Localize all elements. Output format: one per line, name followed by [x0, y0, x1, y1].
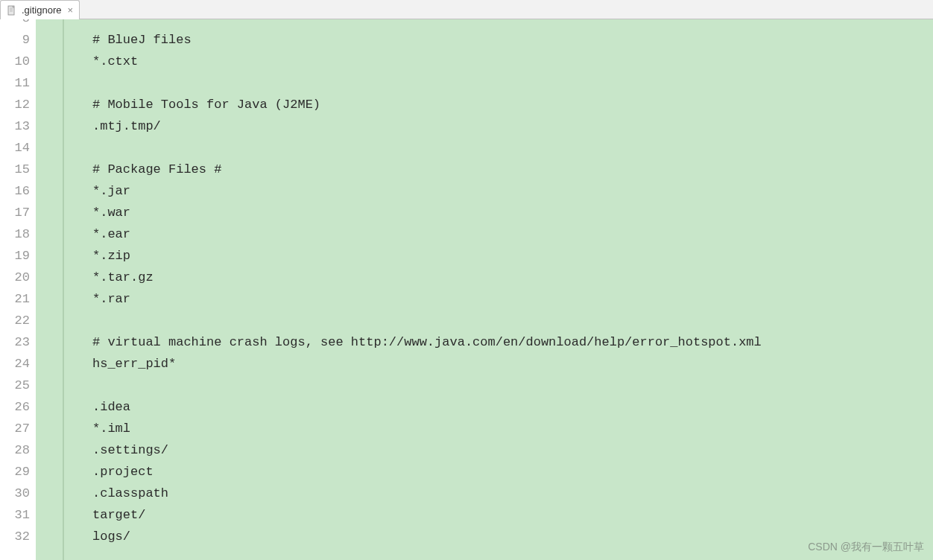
- line-number: 21: [0, 288, 30, 310]
- line-number: 16: [0, 180, 30, 202]
- code-line: .project: [92, 461, 933, 483]
- code-line: *.ctxt: [92, 51, 933, 72]
- code-line: .idea: [92, 396, 933, 418]
- line-number: 28: [0, 439, 30, 461]
- line-number: 19: [0, 245, 30, 267]
- line-number: 11: [0, 72, 30, 94]
- line-number: 27: [0, 418, 30, 439]
- tab-bar: .gitignore ×: [0, 0, 933, 19]
- line-number: 26: [0, 396, 30, 418]
- code-line: hs_err_pid*: [92, 353, 933, 375]
- code-line: *.zip: [92, 245, 933, 267]
- line-number: 24: [0, 353, 30, 375]
- code-line: *.iml: [92, 418, 933, 439]
- line-number: 17: [0, 202, 30, 223]
- code-line: [92, 72, 933, 94]
- line-number: 12: [0, 94, 30, 115]
- code-line: logs/: [92, 526, 933, 547]
- file-tab[interactable]: .gitignore ×: [0, 0, 80, 19]
- line-number: 32: [0, 526, 30, 547]
- line-number: 9: [0, 29, 30, 51]
- line-number: 20: [0, 267, 30, 288]
- code-content[interactable]: # BlueJ files*.ctxt# Mobile Tools for Ja…: [63, 19, 933, 560]
- line-number: 31: [0, 504, 30, 526]
- code-line: # BlueJ files: [92, 29, 933, 51]
- line-number: 15: [0, 159, 30, 180]
- line-number: 29: [0, 461, 30, 483]
- line-number: 10: [0, 51, 30, 72]
- editor-area[interactable]: 8910111213141516171819202122232425262728…: [0, 19, 933, 560]
- line-number: 30: [0, 483, 30, 504]
- code-line: *.rar: [92, 288, 933, 310]
- close-icon[interactable]: ×: [67, 4, 73, 16]
- code-line: .classpath: [92, 483, 933, 504]
- code-line: [92, 137, 933, 159]
- code-line: target/: [92, 504, 933, 526]
- code-line: # virtual machine crash logs, see http:/…: [92, 331, 933, 353]
- line-number: 13: [0, 115, 30, 137]
- code-line: .settings/: [92, 439, 933, 461]
- code-line: # Package Files #: [92, 159, 933, 180]
- code-line: [92, 19, 933, 29]
- tab-filename: .gitignore: [22, 4, 61, 16]
- line-number: 8: [0, 19, 30, 29]
- code-line: *.war: [92, 202, 933, 223]
- line-gutter: 8910111213141516171819202122232425262728…: [0, 19, 36, 560]
- margin-strip: [36, 19, 63, 560]
- code-line: *.ear: [92, 223, 933, 245]
- line-number: 14: [0, 137, 30, 159]
- line-number: 18: [0, 223, 30, 245]
- code-line: [92, 310, 933, 331]
- file-icon: [7, 5, 17, 16]
- code-line: *.tar.gz: [92, 267, 933, 288]
- line-number: 22: [0, 310, 30, 331]
- code-line: *.jar: [92, 180, 933, 202]
- code-line: # Mobile Tools for Java (J2ME): [92, 94, 933, 115]
- line-number: 25: [0, 375, 30, 396]
- line-number: 23: [0, 331, 30, 353]
- code-line: [92, 375, 933, 396]
- code-line: .mtj.tmp/: [92, 115, 933, 137]
